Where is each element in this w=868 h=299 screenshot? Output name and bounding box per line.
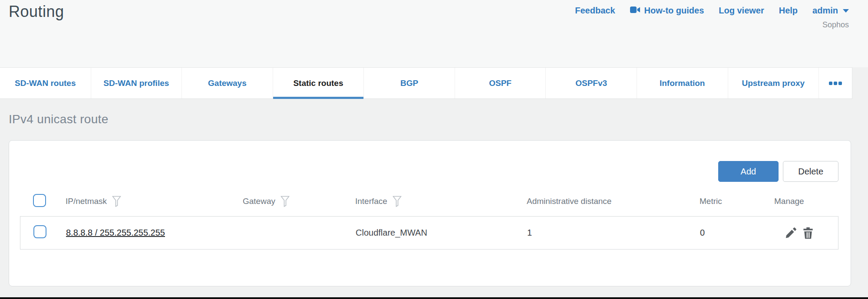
content-area: IPv4 unicast route Add Delete IP/netmask… (0, 99, 868, 299)
filter-icon[interactable] (393, 196, 402, 207)
delete-button[interactable]: Delete (783, 161, 838, 182)
row-metric: 0 (700, 228, 775, 238)
page-title: Routing (9, 3, 64, 21)
row-manage-actions (775, 227, 840, 240)
column-header-interface: Interface (355, 197, 387, 206)
column-header-ip-netmask: IP/netmask (66, 197, 107, 206)
routes-card: Add Delete IP/netmask Gateway Interface (9, 140, 851, 286)
column-header-gateway: Gateway (243, 197, 275, 206)
tab-sd-wan-profiles[interactable]: SD-WAN profiles (91, 68, 182, 99)
chevron-down-icon (843, 9, 849, 13)
help-link[interactable]: Help (779, 6, 798, 16)
page-header: Routing Feedback How-to guides Log viewe… (0, 0, 868, 67)
edit-pencil-icon[interactable] (784, 227, 797, 240)
row-admin-distance: 1 (527, 228, 700, 238)
tab-bar: SD-WAN routes SD-WAN profiles Gateways S… (0, 67, 852, 99)
tab-static-routes[interactable]: Static routes (273, 68, 364, 99)
tab-gateways[interactable]: Gateways (182, 68, 273, 99)
log-viewer-link[interactable]: Log viewer (719, 6, 764, 16)
user-menu-label: admin (812, 6, 838, 16)
howto-guides-label: How-to guides (644, 6, 704, 16)
tab-more-button[interactable] (819, 68, 852, 99)
tab-ospfv3[interactable]: OSPFv3 (546, 68, 637, 99)
top-nav: Feedback How-to guides Log viewer Help a… (575, 6, 849, 16)
column-header-manage: Manage (774, 197, 804, 206)
column-header-metric: Metric (700, 197, 722, 206)
feedback-link[interactable]: Feedback (575, 6, 615, 16)
tab-bgp[interactable]: BGP (364, 68, 455, 99)
table-header-row: IP/netmask Gateway Interface Administrat… (20, 191, 838, 212)
tab-information[interactable]: Information (637, 68, 728, 99)
filter-icon[interactable] (281, 196, 290, 207)
org-name: Sophos (822, 20, 849, 30)
section-title: IPv4 unicast route (9, 112, 109, 126)
user-menu[interactable]: admin (812, 6, 849, 16)
tab-upstream-proxy[interactable]: Upstream proxy (728, 68, 819, 99)
routing-page: Routing Feedback How-to guides Log viewe… (0, 0, 868, 67)
table-toolbar: Add Delete (9, 141, 851, 182)
bottom-edge-bar (0, 297, 868, 299)
filter-icon[interactable] (112, 196, 121, 207)
table-row: 8.8.8.8 / 255.255.255.255 Cloudflare_MWA… (20, 216, 838, 250)
route-ip-link[interactable]: 8.8.8.8 / 255.255.255.255 (66, 228, 165, 237)
row-checkbox[interactable] (33, 225, 46, 238)
ellipsis-icon (829, 82, 842, 85)
column-header-admin-distance: Administrative distance (527, 197, 611, 206)
video-camera-icon (630, 6, 640, 16)
row-interface: Cloudflare_MWAN (356, 228, 527, 238)
tab-sd-wan-routes[interactable]: SD-WAN routes (0, 68, 91, 99)
delete-trash-icon[interactable] (802, 227, 815, 240)
add-button[interactable]: Add (718, 161, 779, 182)
howto-guides-link[interactable]: How-to guides (630, 6, 704, 16)
tab-ospf[interactable]: OSPF (455, 68, 546, 99)
select-all-checkbox[interactable] (33, 194, 46, 207)
